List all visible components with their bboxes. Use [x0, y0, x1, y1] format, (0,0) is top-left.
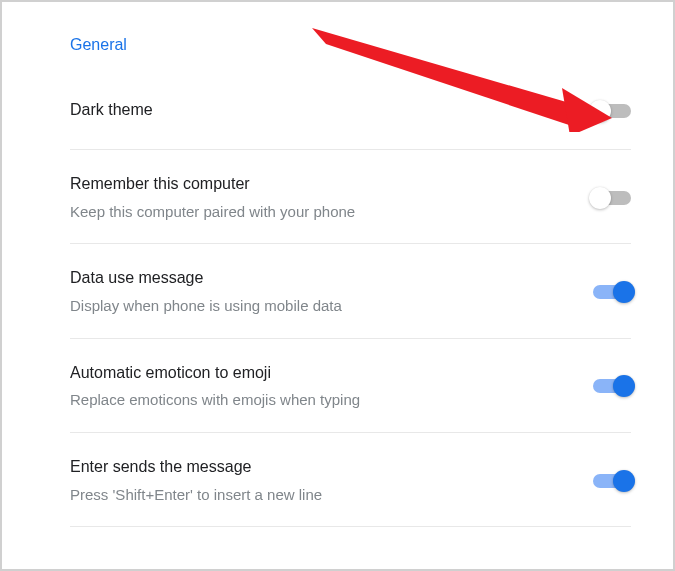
- setting-desc: Replace emoticons with emojis when typin…: [70, 390, 573, 410]
- setting-row-dark-theme: Dark theme: [70, 86, 631, 150]
- setting-title: Remember this computer: [70, 174, 573, 195]
- toggle-thumb: [589, 187, 611, 209]
- setting-text: Dark theme: [70, 100, 593, 121]
- setting-title: Enter sends the message: [70, 457, 573, 478]
- setting-row-enter-sends: Enter sends the message Press 'Shift+Ent…: [70, 433, 631, 527]
- settings-panel: General Dark theme Remember this compute…: [0, 0, 675, 571]
- setting-desc: Press 'Shift+Enter' to insert a new line: [70, 485, 573, 505]
- setting-row-remember-computer: Remember this computer Keep this compute…: [70, 150, 631, 244]
- setting-title: Dark theme: [70, 100, 573, 121]
- toggle-auto-emoticon[interactable]: [593, 379, 631, 393]
- setting-text: Enter sends the message Press 'Shift+Ent…: [70, 457, 593, 504]
- section-header-general: General: [70, 36, 631, 54]
- setting-desc: Keep this computer paired with your phon…: [70, 202, 573, 222]
- toggle-dark-theme[interactable]: [593, 104, 631, 118]
- setting-title: Automatic emoticon to emoji: [70, 363, 573, 384]
- setting-text: Data use message Display when phone is u…: [70, 268, 593, 315]
- toggle-remember-computer[interactable]: [593, 191, 631, 205]
- setting-desc: Display when phone is using mobile data: [70, 296, 573, 316]
- setting-title: Data use message: [70, 268, 573, 289]
- setting-text: Automatic emoticon to emoji Replace emot…: [70, 363, 593, 410]
- setting-row-auto-emoticon: Automatic emoticon to emoji Replace emot…: [70, 339, 631, 433]
- toggle-data-use-message[interactable]: [593, 285, 631, 299]
- settings-list: Dark theme Remember this computer Keep t…: [70, 86, 631, 527]
- toggle-enter-sends[interactable]: [593, 474, 631, 488]
- toggle-thumb: [613, 281, 635, 303]
- toggle-thumb: [613, 375, 635, 397]
- toggle-thumb: [589, 100, 611, 122]
- setting-text: Remember this computer Keep this compute…: [70, 174, 593, 221]
- toggle-thumb: [613, 470, 635, 492]
- setting-row-data-use-message: Data use message Display when phone is u…: [70, 244, 631, 338]
